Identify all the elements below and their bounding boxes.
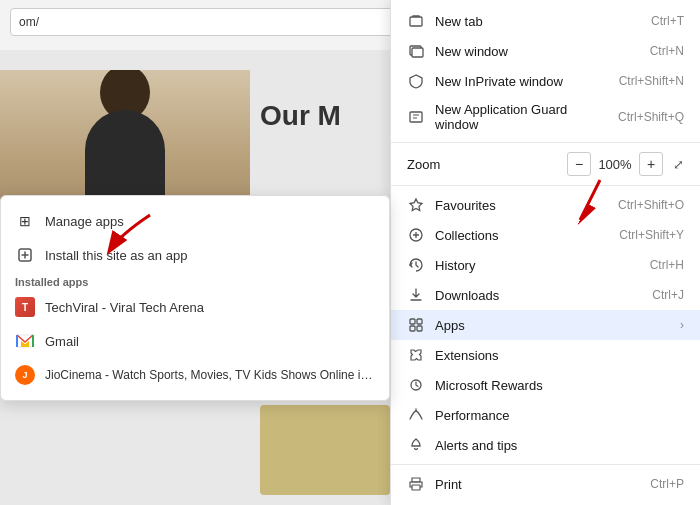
zoom-value: 100%: [597, 157, 633, 172]
new-tab-icon: [407, 12, 425, 30]
downloads-shortcut: Ctrl+J: [652, 288, 684, 302]
menu-extensions[interactable]: Extensions: [391, 340, 700, 370]
menu-ms-rewards[interactable]: Microsoft Rewards: [391, 370, 700, 400]
print-label: Print: [435, 477, 642, 492]
svg-rect-9: [417, 326, 422, 331]
new-window-shortcut: Ctrl+N: [650, 44, 684, 58]
app-guard-icon: [407, 108, 425, 126]
new-window-label: New window: [435, 44, 642, 59]
zoom-minus-button[interactable]: −: [567, 152, 591, 176]
zoom-label: Zoom: [407, 157, 567, 172]
alerts-icon: [407, 436, 425, 454]
gmail-icon: [15, 331, 35, 351]
favourites-shortcut: Ctrl+Shift+O: [618, 198, 684, 212]
page-title: Our M: [260, 100, 341, 132]
svg-rect-10: [412, 485, 420, 490]
menu-new-window[interactable]: New window Ctrl+N: [391, 36, 700, 66]
apps-chevron-icon: ›: [680, 318, 684, 332]
context-menu: New tab Ctrl+T New window Ctrl+N New InP…: [390, 0, 700, 505]
svg-rect-1: [410, 17, 422, 26]
divider-2: [391, 185, 700, 186]
performance-label: Performance: [435, 408, 684, 423]
address-text: om/: [19, 15, 39, 29]
zoom-controls: − 100% + ⤢: [567, 152, 684, 176]
install-icon: [15, 245, 35, 265]
history-label: History: [435, 258, 642, 273]
jiocinema-icon: J: [15, 365, 35, 385]
new-tab-shortcut: Ctrl+T: [651, 14, 684, 28]
techviral-label: TechViral - Viral Tech Arena: [45, 300, 204, 315]
svg-rect-6: [410, 319, 415, 324]
extensions-label: Extensions: [435, 348, 684, 363]
new-tab-label: New tab: [435, 14, 643, 29]
alerts-tips-label: Alerts and tips: [435, 438, 684, 453]
menu-new-inprivate[interactable]: New InPrivate window Ctrl+Shift+N: [391, 66, 700, 96]
menu-alerts-tips[interactable]: Alerts and tips: [391, 430, 700, 460]
divider-1: [391, 142, 700, 143]
food-image: [260, 405, 390, 495]
downloads-icon: [407, 286, 425, 304]
menu-new-tab[interactable]: New tab Ctrl+T: [391, 6, 700, 36]
manage-apps-item[interactable]: ⊞ Manage apps: [1, 204, 389, 238]
history-shortcut: Ctrl+H: [650, 258, 684, 272]
menu-downloads[interactable]: Downloads Ctrl+J: [391, 280, 700, 310]
collections-shortcut: Ctrl+Shift+Y: [619, 228, 684, 242]
svg-rect-8: [410, 326, 415, 331]
manage-apps-label: Manage apps: [45, 214, 124, 229]
app-guard-shortcut: Ctrl+Shift+Q: [618, 110, 684, 124]
svg-rect-3: [412, 48, 423, 57]
inprivate-label: New InPrivate window: [435, 74, 611, 89]
app-jiocinema[interactable]: J JioCinema - Watch Sports, Movies, TV K…: [1, 358, 389, 392]
menu-apps[interactable]: Apps ›: [391, 310, 700, 340]
menu-history[interactable]: History Ctrl+H: [391, 250, 700, 280]
performance-icon: [407, 406, 425, 424]
print-shortcut: Ctrl+P: [650, 477, 684, 491]
favourites-label: Favourites: [435, 198, 610, 213]
app-guard-label: New Application Guard window: [435, 102, 610, 132]
jiocinema-label: JioCinema - Watch Sports, Movies, TV Kid…: [45, 368, 375, 382]
downloads-label: Downloads: [435, 288, 644, 303]
ms-rewards-icon: [407, 376, 425, 394]
menu-print[interactable]: Print Ctrl+P: [391, 469, 700, 499]
extensions-icon: [407, 346, 425, 364]
new-window-icon: [407, 42, 425, 60]
favourites-icon: [407, 196, 425, 214]
apps-submenu: ⊞ Manage apps Install this site as an ap…: [0, 195, 390, 401]
installed-apps-label: Installed apps: [1, 272, 389, 290]
install-site-item[interactable]: Install this site as an app: [1, 238, 389, 272]
svg-rect-4: [410, 112, 422, 122]
zoom-expand-icon[interactable]: ⤢: [673, 157, 684, 172]
menu-performance[interactable]: Performance: [391, 400, 700, 430]
install-site-label: Install this site as an app: [45, 248, 187, 263]
history-icon: [407, 256, 425, 274]
app-gmail[interactable]: Gmail: [1, 324, 389, 358]
menu-collections[interactable]: Collections Ctrl+Shift+Y: [391, 220, 700, 250]
manage-apps-icon: ⊞: [15, 211, 35, 231]
svg-rect-7: [417, 319, 422, 324]
gmail-label: Gmail: [45, 334, 79, 349]
menu-app-guard[interactable]: New Application Guard window Ctrl+Shift+…: [391, 96, 700, 138]
inprivate-icon: [407, 72, 425, 90]
ms-rewards-label: Microsoft Rewards: [435, 378, 684, 393]
print-icon: [407, 475, 425, 493]
app-techviral[interactable]: T TechViral - Viral Tech Arena: [1, 290, 389, 324]
menu-favourites[interactable]: Favourites Ctrl+Shift+O: [391, 190, 700, 220]
zoom-row: Zoom − 100% + ⤢: [391, 147, 700, 181]
zoom-plus-button[interactable]: +: [639, 152, 663, 176]
menu-web-capture[interactable]: Web capture Ctrl+Shift+S: [391, 499, 700, 505]
apps-label: Apps: [435, 318, 676, 333]
inprivate-shortcut: Ctrl+Shift+N: [619, 74, 684, 88]
collections-icon: [407, 226, 425, 244]
collections-label: Collections: [435, 228, 611, 243]
apps-icon: [407, 316, 425, 334]
techviral-icon: T: [15, 297, 35, 317]
divider-3: [391, 464, 700, 465]
